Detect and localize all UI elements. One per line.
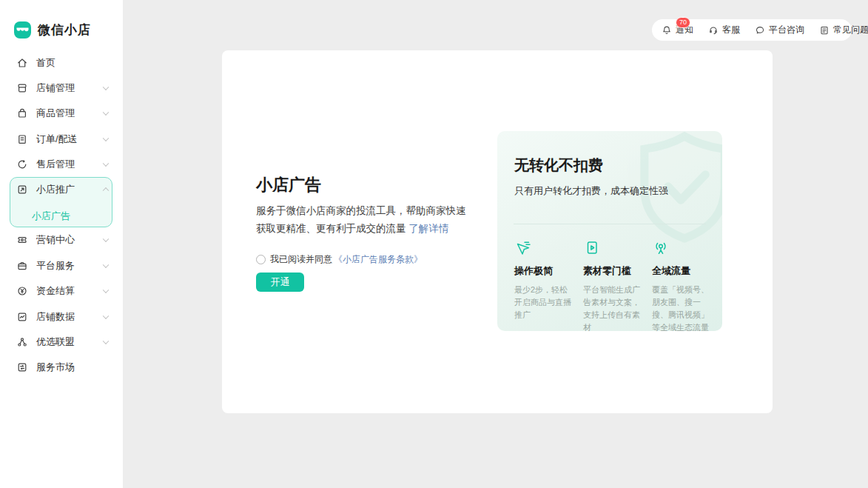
feature-desc: 最少2步，轻松开启商品与直播推广 bbox=[514, 284, 575, 321]
faq-doc-icon bbox=[819, 25, 830, 36]
feature-easy-operation: 操作极简 最少2步，轻松开启商品与直播推广 bbox=[514, 239, 575, 331]
sidebar-item-label: 店铺数据 bbox=[36, 310, 75, 324]
terms-link[interactable]: 《小店广告服务条款》 bbox=[334, 253, 423, 266]
feature-global-traffic: 全域流量 覆盖「视频号、朋友圈、搜一搜、腾讯视频」等全域生态流量 bbox=[652, 239, 713, 331]
agreement-text: 我已阅读并同意 bbox=[270, 253, 332, 266]
broadcast-icon bbox=[652, 239, 670, 257]
notifications-button[interactable]: 通知 70 bbox=[662, 24, 693, 36]
sidebar-item-label: 平台服务 bbox=[36, 259, 75, 273]
chevron-down-icon bbox=[103, 313, 109, 319]
description-line2: 获取更精准、更有利于成交的流量 bbox=[256, 223, 406, 234]
sidebar-item-label: 营销中心 bbox=[36, 233, 75, 247]
learn-more-link[interactable]: 了解详情 bbox=[408, 223, 448, 234]
customer-service-label: 客服 bbox=[722, 24, 740, 36]
feature-zero-threshold: 素材零门槛 平台智能生成广告素材与文案，支持上传自有素材 bbox=[583, 239, 644, 331]
funds-icon bbox=[16, 285, 28, 297]
sidebar-item-marketing[interactable]: 营销中心 bbox=[0, 227, 123, 253]
chevron-down-icon bbox=[103, 136, 109, 141]
promotion-icon bbox=[16, 184, 28, 195]
chevron-down-icon bbox=[103, 262, 109, 268]
feature-title: 操作极简 bbox=[514, 264, 575, 278]
sidebar-item-label: 售后管理 bbox=[36, 158, 75, 171]
sidebar-item-aftersale[interactable]: 售后管理 bbox=[0, 152, 123, 177]
sidebar-item-goods-manage[interactable]: 商品管理 bbox=[0, 101, 123, 126]
home-icon bbox=[16, 57, 28, 69]
sidebar-item-shop-ads[interactable]: 小店广告 bbox=[0, 205, 123, 227]
chat-bubble-icon bbox=[755, 25, 765, 36]
sidebar-item-label: 首页 bbox=[36, 56, 55, 70]
open-button[interactable]: 开通 bbox=[256, 273, 304, 292]
sidebar-item-label: 店铺管理 bbox=[36, 81, 75, 95]
chevron-down-icon bbox=[103, 161, 109, 167]
sidebar-item-shop-data[interactable]: 店铺数据 bbox=[0, 304, 123, 330]
sidebar: 微信小店 首页 店铺管理 商品管理 订单/配送 售后管理 bbox=[0, 0, 123, 488]
notification-badge: 70 bbox=[676, 17, 690, 28]
cursor-click-icon bbox=[514, 239, 532, 257]
sidebar-item-shop-manage[interactable]: 店铺管理 bbox=[0, 76, 123, 101]
main-card: 小店广告 服务于微信小店商家的投流工具，帮助商家快速 获取更精准、更有利于成交的… bbox=[222, 50, 773, 413]
chevron-down-icon bbox=[103, 287, 109, 293]
wechat-shop-logo-icon bbox=[13, 21, 32, 39]
customer-service-button[interactable]: 客服 bbox=[708, 24, 740, 36]
sidebar-item-platform-service[interactable]: 平台服务 bbox=[0, 253, 123, 278]
promo-panel: 无转化不扣费 只有用户转化才扣费，成本确定性强 操作极简 最少2步，轻松开启商品… bbox=[497, 131, 722, 331]
agreement-checkbox[interactable] bbox=[256, 255, 266, 264]
feature-title: 素材零门槛 bbox=[583, 264, 644, 278]
shop-icon bbox=[16, 82, 28, 94]
video-material-icon bbox=[583, 239, 601, 257]
aftersale-icon bbox=[16, 158, 28, 170]
sidebar-item-alliance[interactable]: 优选联盟 bbox=[0, 330, 123, 355]
sidebar-item-label: 资金结算 bbox=[36, 284, 75, 298]
feature-desc: 平台智能生成广告素材与文案，支持上传自有素材 bbox=[583, 284, 644, 331]
sidebar-item-home[interactable]: 首页 bbox=[0, 50, 123, 76]
agreement-row: 我已阅读并同意 《小店广告服务条款》 bbox=[256, 253, 423, 266]
sidebar-item-label: 服务市场 bbox=[36, 361, 75, 374]
feature-title: 全域流量 bbox=[652, 264, 713, 278]
platform-service-icon bbox=[16, 260, 28, 272]
brand-logo: 微信小店 bbox=[13, 21, 91, 39]
goods-icon bbox=[16, 107, 28, 119]
sidebar-item-label: 订单/配送 bbox=[36, 133, 78, 146]
feature-list: 操作极简 最少2步，轻松开启商品与直播推广 素材零门槛 平台智能生成广告素材与文… bbox=[514, 239, 713, 331]
headset-icon bbox=[708, 25, 719, 36]
sidebar-item-funds[interactable]: 资金结算 bbox=[0, 278, 123, 304]
page-title: 小店广告 bbox=[256, 174, 321, 196]
chevron-down-icon bbox=[103, 84, 109, 90]
sidebar-item-service-market[interactable]: 服务市场 bbox=[0, 355, 123, 380]
feature-desc: 覆盖「视频号、朋友圈、搜一搜、腾讯视频」等全域生态流量 bbox=[652, 284, 713, 331]
marketing-icon bbox=[16, 234, 28, 246]
platform-consult-button[interactable]: 平台咨询 bbox=[755, 24, 804, 36]
sidebar-item-label: 小店推广 bbox=[36, 183, 75, 196]
panel-subtitle: 只有用户转化才扣费，成本确定性强 bbox=[514, 184, 668, 198]
chevron-down-icon bbox=[103, 110, 109, 116]
alliance-icon bbox=[16, 336, 28, 348]
sidebar-subitem-label: 小店广告 bbox=[32, 210, 70, 223]
sidebar-item-promotion[interactable]: 小店推广 bbox=[0, 177, 123, 202]
panel-title: 无转化不扣费 bbox=[514, 156, 603, 176]
panel-divider bbox=[514, 224, 706, 224]
chevron-up-icon bbox=[103, 187, 109, 193]
chevron-down-icon bbox=[103, 236, 109, 242]
faq-button[interactable]: 常见问题 bbox=[819, 24, 868, 36]
service-market-icon bbox=[16, 361, 28, 373]
sidebar-item-orders[interactable]: 订单/配送 bbox=[0, 127, 123, 152]
bell-icon bbox=[662, 25, 672, 36]
chevron-down-icon bbox=[103, 338, 109, 344]
order-icon bbox=[16, 133, 28, 145]
page-description: 服务于微信小店商家的投流工具，帮助商家快速 获取更精准、更有利于成交的流量 了解… bbox=[256, 202, 485, 238]
faq-label: 常见问题 bbox=[833, 24, 868, 36]
sidebar-item-label: 优选联盟 bbox=[36, 335, 75, 349]
platform-consult-label: 平台咨询 bbox=[769, 24, 804, 36]
sidebar-item-label: 商品管理 bbox=[36, 107, 75, 120]
brand-name: 微信小店 bbox=[38, 21, 91, 39]
topbar: 通知 70 客服 平台咨询 常见问题 Grally06 bbox=[652, 19, 852, 41]
shop-data-icon bbox=[16, 311, 28, 323]
description-line1: 服务于微信小店商家的投流工具，帮助商家快速 bbox=[256, 205, 466, 216]
